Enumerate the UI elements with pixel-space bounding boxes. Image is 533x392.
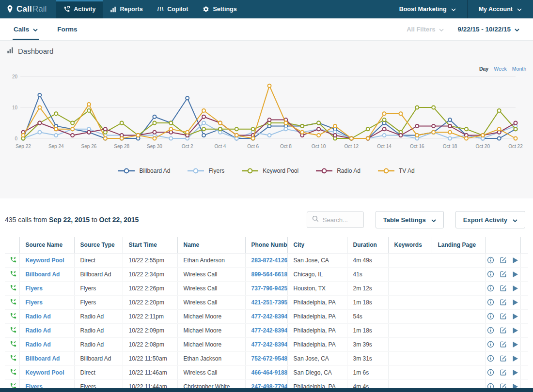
call-details-icon[interactable]: [487, 299, 494, 306]
gear-icon: [203, 6, 209, 13]
source-name-link[interactable]: Flyers: [26, 299, 43, 306]
phone-number-link[interactable]: 466-464-9188: [251, 369, 288, 376]
edit-note-icon[interactable]: [500, 355, 507, 362]
edit-note-icon[interactable]: [500, 369, 507, 376]
data-point: [317, 121, 320, 125]
table-settings-button[interactable]: Table Settings: [376, 211, 444, 228]
source-name-link[interactable]: Radio Ad: [26, 327, 51, 334]
calls-section: 435 calls from Sep 22, 2015 to Oct 22, 2…: [0, 198, 533, 392]
date-range-picker[interactable]: 9/22/15 - 10/22/15: [457, 26, 519, 33]
callrail-logo[interactable]: Call Rail: [0, 0, 56, 18]
data-point: [333, 134, 337, 137]
nav-tab-reports[interactable]: Reports: [103, 0, 150, 18]
data-point: [71, 121, 74, 125]
data-point: [498, 109, 501, 112]
keywords-cell: [388, 267, 432, 281]
col-start-time: Start Time: [123, 237, 177, 253]
tab-forms[interactable]: Forms: [57, 18, 77, 40]
call-details-icon[interactable]: [487, 327, 494, 334]
play-recording-icon[interactable]: [512, 313, 518, 320]
incoming-call-icon: [10, 368, 17, 376]
source-name-link[interactable]: Billboard Ad: [26, 271, 60, 278]
play-recording-icon[interactable]: [512, 257, 518, 264]
play-recording-icon[interactable]: [512, 327, 518, 334]
data-point: [202, 127, 205, 131]
legend-item[interactable]: Keyword Pool: [242, 167, 298, 174]
data-point: [432, 106, 435, 109]
edit-note-icon[interactable]: [500, 256, 507, 264]
chevron-down-icon: [33, 26, 38, 33]
source-name-link[interactable]: Billboard Ad: [26, 355, 60, 362]
tab-calls[interactable]: Calls: [14, 18, 38, 40]
legend-item[interactable]: Radio Ad: [316, 167, 361, 174]
source-name-link[interactable]: Keyword Pool: [26, 369, 64, 376]
toggle-month[interactable]: Month: [512, 66, 526, 72]
col-duration: Duration: [347, 237, 388, 253]
phone-number-link[interactable]: 899-564-6618: [251, 271, 288, 278]
city-cell: Philadelphia, PA: [287, 323, 347, 337]
nav-tab-activity[interactable]: Activity: [56, 0, 103, 18]
boost-marketing-menu[interactable]: Boost Marketing: [388, 0, 467, 18]
play-recording-icon[interactable]: [512, 271, 518, 278]
play-recording-icon[interactable]: [512, 355, 518, 362]
all-filters-dropdown[interactable]: All Filters: [407, 26, 444, 33]
phone-number-link[interactable]: 283-872-4126: [251, 257, 288, 264]
data-point: [87, 109, 91, 112]
source-name-link[interactable]: Flyers: [26, 285, 43, 292]
my-account-menu[interactable]: My Account: [468, 0, 533, 18]
edit-note-icon[interactable]: [500, 341, 507, 348]
data-point: [235, 134, 238, 137]
data-point: [251, 127, 255, 131]
data-point: [366, 137, 370, 140]
play-recording-icon[interactable]: [512, 341, 518, 348]
source-name-link[interactable]: Radio Ad: [26, 313, 51, 320]
source-name-link[interactable]: Radio Ad: [26, 341, 51, 348]
legend-marker-icon: [118, 168, 135, 174]
phone-number-link[interactable]: 752-672-9548: [251, 355, 288, 362]
phone-number-link[interactable]: 477-242-8394: [251, 327, 288, 334]
phone-number-link[interactable]: 421-251-7395: [251, 299, 288, 306]
call-details-icon[interactable]: [487, 271, 494, 278]
play-recording-icon[interactable]: [512, 285, 518, 292]
col-call-icon: [5, 237, 19, 253]
play-recording-icon[interactable]: [512, 299, 518, 306]
search-input[interactable]: [323, 216, 361, 224]
play-recording-icon[interactable]: [512, 369, 518, 376]
source-type-cell: Flyers: [74, 281, 123, 295]
call-details-icon[interactable]: [487, 256, 494, 264]
caller-name-cell: Ethan Jackson: [177, 351, 245, 365]
toggle-week[interactable]: Week: [494, 66, 507, 72]
keywords-cell: [388, 337, 432, 351]
start-time-cell: 10/22 2:34pm: [123, 267, 177, 281]
edit-note-icon[interactable]: [500, 313, 507, 320]
svg-text:Sep 24: Sep 24: [48, 144, 64, 149]
landing-page-cell: [432, 365, 485, 379]
calls-table: Source Name Source Type Start Time Name …: [5, 237, 528, 392]
phone-number-link[interactable]: 737-796-9425: [251, 285, 288, 292]
phone-number-link[interactable]: 477-242-8394: [251, 313, 288, 320]
data-point: [415, 106, 419, 109]
legend-item[interactable]: Billboard Ad: [118, 167, 170, 174]
source-name-link[interactable]: Keyword Pool: [26, 257, 64, 264]
call-details-icon[interactable]: [487, 313, 494, 320]
data-point: [202, 115, 205, 119]
edit-note-icon[interactable]: [500, 271, 507, 278]
legend-item[interactable]: TV Ad: [378, 167, 415, 174]
legend-item[interactable]: Flyers: [188, 167, 224, 174]
phone-number-link[interactable]: 477-242-8394: [251, 341, 288, 348]
export-activity-label: Export Activity: [463, 216, 507, 224]
call-details-icon[interactable]: [487, 285, 494, 292]
edit-note-icon[interactable]: [500, 299, 507, 306]
dashboard-panel: Dashboard Day Week Month 01020Sep 22Sep …: [0, 41, 533, 198]
nav-tab-settings[interactable]: Settings: [195, 0, 244, 18]
toggle-day[interactable]: Day: [479, 66, 488, 72]
export-activity-button[interactable]: Export Activity: [455, 211, 525, 228]
nav-tab-copilot[interactable]: /!\ Copilot: [150, 0, 196, 18]
data-point: [383, 112, 386, 115]
call-details-icon[interactable]: [487, 369, 494, 376]
edit-note-icon[interactable]: [500, 285, 507, 292]
edit-note-icon[interactable]: [500, 327, 507, 334]
call-details-icon[interactable]: [487, 355, 494, 362]
data-point: [383, 127, 386, 131]
call-details-icon[interactable]: [487, 341, 494, 348]
